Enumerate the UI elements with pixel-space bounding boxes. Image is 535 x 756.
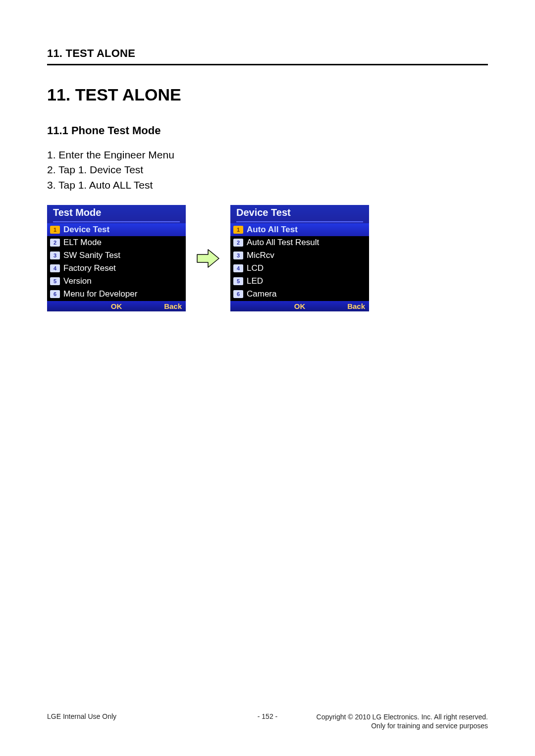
phone-shot-device-test: Device Test 1 Auto All Test 2 Auto All T… [230,205,369,311]
menu-item-factory-reset[interactable]: 4 Factory Reset [47,262,186,275]
footer-page-number: - 152 - [47,712,488,720]
item-number-badge: 1 [50,226,60,234]
menu-item-sw-sanity[interactable]: 3 SW Sanity Test [47,249,186,262]
arrow-icon [193,245,223,272]
softkey-bar: . OK Back [47,301,186,311]
chapter-title: 11. TEST ALONE [47,85,488,104]
menu-item-micrcv[interactable]: 3 MicRcv [230,249,369,262]
item-number-badge: 3 [50,252,60,259]
softkey-ok[interactable]: OK [276,301,322,311]
phone-menu: 1 Auto All Test 2 Auto All Test Result 3… [230,223,369,301]
screenshots-row: Test Mode 1 Device Test 2 ELT Mode 3 SW … [47,205,488,311]
item-label: Version [63,276,92,286]
menu-item-elt-mode[interactable]: 2 ELT Mode [47,236,186,249]
menu-item-developer[interactable]: 6 Menu for Developer [47,288,186,301]
item-label: Menu for Developer [63,289,137,299]
page-footer: LGE Internal Use Only - 152 - Copyright … [47,712,488,730]
item-label: LED [247,276,263,286]
softkey-bar: . OK Back [230,301,369,311]
item-number-badge: 5 [233,277,243,285]
step-3: 3. Tap 1. Auto ALL Test [47,178,488,192]
softkey-back[interactable]: Back [140,301,186,311]
phone-menu: 1 Device Test 2 ELT Mode 3 SW Sanity Tes… [47,223,186,301]
item-number-badge: 2 [233,239,243,247]
item-label: Auto All Test [247,225,298,235]
item-number-badge: 4 [50,264,60,272]
phone-title: Test Mode [47,205,186,223]
item-number-badge: 1 [233,226,243,234]
item-label: Device Test [63,225,109,235]
item-label: ELT Mode [63,238,102,248]
menu-item-version[interactable]: 5 Version [47,275,186,288]
menu-item-auto-all-test[interactable]: 1 Auto All Test [230,223,369,236]
phone-shot-test-mode: Test Mode 1 Device Test 2 ELT Mode 3 SW … [47,205,186,311]
item-label: Auto All Test Result [247,238,319,248]
item-label: Camera [247,289,276,299]
menu-item-auto-all-result[interactable]: 2 Auto All Test Result [230,236,369,249]
softkey-ok[interactable]: OK [93,301,139,311]
running-header: 11. TEST ALONE [47,47,488,60]
phone-title: Device Test [230,205,369,223]
softkey-back[interactable]: Back [323,301,369,311]
item-number-badge: 5 [50,277,60,285]
item-label: Factory Reset [63,263,116,273]
item-number-badge: 3 [233,252,243,259]
header-rule [47,64,488,65]
menu-item-device-test[interactable]: 1 Device Test [47,223,186,236]
item-label: SW Sanity Test [63,251,120,260]
item-number-badge: 6 [50,290,60,298]
footer-purpose: Only for training and service purposes [371,722,488,730]
item-label: MicRcv [247,251,274,260]
item-label: LCD [247,263,264,273]
section-title: 11.1 Phone Test Mode [47,124,488,137]
page: 11. TEST ALONE 11. TEST ALONE 11.1 Phone… [0,0,535,756]
step-2: 2. Tap 1. Device Test [47,163,488,177]
item-number-badge: 2 [50,239,60,247]
step-1: 1. Enter the Engineer Menu [47,148,488,162]
menu-item-led[interactable]: 5 LED [230,275,369,288]
menu-item-lcd[interactable]: 4 LCD [230,262,369,275]
menu-item-camera[interactable]: 6 Camera [230,288,369,301]
item-number-badge: 4 [233,264,243,272]
item-number-badge: 6 [233,290,243,298]
steps-list: 1. Enter the Engineer Menu 2. Tap 1. Dev… [47,148,488,192]
